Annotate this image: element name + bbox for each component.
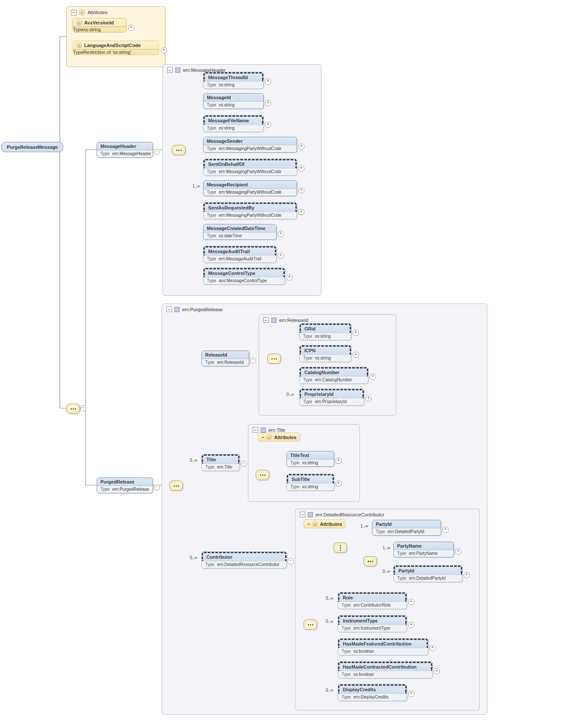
elem-messagerecipient[interactable]: MessageRecipientTypeern:MessagingPartyWi… — [203, 180, 297, 196]
type-icon — [175, 68, 180, 73]
elem-releaseid[interactable]: ReleaseIdTypeern:ReleaseId — [201, 351, 249, 366]
elem-subtitle[interactable]: SubTitleTypexs:string — [286, 474, 334, 491]
elem-hasmadecontracted[interactable]: HasMadeContractedContributionTypexs:bool… — [338, 661, 433, 678]
elem-audittrail[interactable]: MessageAuditTrailTypeern:MessageAuditTra… — [203, 246, 277, 263]
elem-proprietaryid[interactable]: ProprietaryIdTypeern:ProprietaryId — [299, 389, 364, 406]
elem-titletext[interactable]: TitleTextTypexs:string — [286, 451, 334, 467]
attribute-icon: @ — [79, 9, 85, 15]
elem-partyname[interactable]: PartyNameTypeern:PartyName — [393, 542, 454, 557]
attributes-group: −@Attributes — [66, 6, 165, 67]
expand-icon[interactable]: − — [80, 405, 86, 411]
elem-messageheader[interactable]: MessageHeader Typeern:MessageHeader — [97, 142, 153, 158]
elem-displaycredits[interactable]: DisplayCreditsTypeern:DisplayCredits — [338, 684, 407, 701]
elem-icpn[interactable]: ICPNTypexs:string — [299, 345, 351, 362]
cardinality: 1..∞ — [192, 184, 200, 189]
title-attributes[interactable]: −@Attributes — [258, 433, 300, 442]
group-header: −@Attributes — [71, 9, 107, 15]
elem-partyid-a[interactable]: PartyIdTypeern:DetailedPartyId — [372, 520, 441, 536]
expand-icon[interactable]: + — [161, 47, 167, 53]
sequence-compositor[interactable] — [304, 619, 317, 630]
sequence-compositor[interactable] — [172, 145, 186, 155]
root-label: PurgeReleaseMessage — [7, 144, 58, 150]
elem-grid[interactable]: GRidTypexs:string — [299, 323, 351, 340]
elem-role[interactable]: RoleTypeern:ContributorRole — [338, 592, 407, 609]
attr-avsversionid[interactable]: @AvsVersionId Typexs:string — [73, 18, 127, 32]
elem-controltype[interactable]: MessageControlTypeTypeavs:MessageControl… — [203, 268, 285, 285]
expand-icon[interactable]: − — [154, 149, 160, 155]
elem-instrumenttype[interactable]: InstrumentTypeTypeern:InstrumentType — [338, 615, 407, 632]
sequence-compositor[interactable] — [363, 556, 377, 566]
elem-contributor[interactable]: ContributorTypeern:DetailedResourceContr… — [201, 551, 287, 569]
schema-diagram: PurgeReleaseMessage −@Attributes @AvsVer… — [0, 0, 563, 728]
contributor-attributes[interactable]: −@Attributes — [304, 519, 346, 528]
elem-purgedrelease[interactable]: PurgedReleaseTypeern:PurgedRelease — [97, 477, 153, 493]
root-element[interactable]: PurgeReleaseMessage — [1, 142, 63, 152]
elem-partyid-b[interactable]: PartyIdTypeern:DetailedPartyId — [393, 565, 463, 582]
elem-messagesender[interactable]: MessageSenderTypeern:MessagingPartyWitho… — [203, 137, 297, 153]
elem-messagefilename[interactable]: MessageFileNameTypexs:string — [203, 115, 264, 132]
sequence-compositor[interactable] — [169, 480, 183, 491]
elem-title[interactable]: TitleTypeern:Title — [201, 454, 240, 471]
collapse-icon[interactable]: − — [71, 10, 77, 15]
choice-compositor[interactable] — [333, 542, 347, 553]
elem-messagecreated[interactable]: MessageCreatedDateTimeTypexs:dateTime — [203, 224, 277, 240]
expand-icon[interactable]: + — [128, 25, 134, 31]
elem-hasmadefeatured[interactable]: HasMadeFeaturedContributionTypexs:boolea… — [338, 638, 428, 655]
sequence-compositor[interactable] — [66, 404, 80, 414]
elem-messageid[interactable]: MessageIdTypexs:string — [203, 93, 264, 109]
group-contributor: −ern:DetailedResourceContributor — [295, 509, 480, 710]
elem-sentasrequestedby[interactable]: SentAsRequestedByTypeern:MessagingPartyW… — [203, 202, 297, 219]
elem-sentonbehalfof[interactable]: SentOnBehalfOfTypeern:MessagingPartyWith… — [203, 159, 297, 176]
elem-catalognumber[interactable]: CatalogNumberTypeern:CatalogNumber — [299, 367, 368, 384]
elem-messagethreadid[interactable]: MessageThreadIdTypexs:string — [203, 72, 264, 89]
attr-langscript[interactable]: @LanguageAndScriptCode TypeRestriction o… — [73, 41, 159, 55]
